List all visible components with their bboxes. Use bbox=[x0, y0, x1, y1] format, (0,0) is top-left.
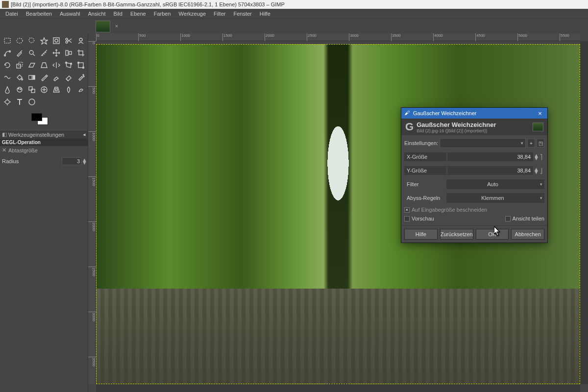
menu-ansicht[interactable]: Ansicht bbox=[84, 10, 109, 18]
cancel-button[interactable]: Abbrechen bbox=[511, 229, 544, 240]
menu-bild[interactable]: Bild bbox=[110, 10, 126, 18]
menu-hilfe[interactable]: Hilfe bbox=[256, 10, 274, 18]
close-icon[interactable]: × bbox=[536, 110, 544, 117]
crop-tool[interactable] bbox=[75, 48, 86, 58]
unified-tool[interactable] bbox=[75, 60, 86, 71]
remove-icon[interactable]: ✕ bbox=[2, 147, 6, 153]
svg-point-30 bbox=[5, 100, 9, 104]
svg-rect-26 bbox=[29, 87, 32, 90]
fuzzy-select-tool[interactable] bbox=[39, 35, 49, 46]
ruler-tick: 1500 bbox=[222, 33, 232, 41]
rotate-tool[interactable] bbox=[2, 60, 13, 71]
ok-button[interactable]: OK bbox=[476, 229, 509, 240]
radius-input[interactable] bbox=[62, 157, 81, 165]
menu-filter[interactable]: Filter bbox=[210, 10, 229, 18]
measure-tool[interactable] bbox=[39, 48, 49, 58]
warp-tool[interactable] bbox=[2, 72, 13, 83]
paths-tool[interactable] bbox=[2, 48, 13, 58]
free-select-tool[interactable] bbox=[26, 35, 37, 46]
airbrush-tool[interactable] bbox=[75, 72, 86, 83]
foreground-select-tool[interactable] bbox=[75, 35, 86, 46]
x-spinner[interactable]: ▲▼ bbox=[534, 154, 538, 160]
text-tool[interactable] bbox=[14, 97, 25, 107]
menu-farben[interactable]: Farben bbox=[150, 10, 175, 18]
flip-tool[interactable] bbox=[51, 60, 62, 71]
color-swatches[interactable] bbox=[31, 113, 51, 128]
split-view-checkbox[interactable]: Ansicht teilen bbox=[505, 215, 544, 222]
menu-werkzeuge[interactable]: Werkzeuge bbox=[175, 10, 210, 18]
svg-point-4 bbox=[66, 38, 68, 40]
horizontal-ruler[interactable]: 0500100015002000250030003500400045005000… bbox=[96, 33, 580, 41]
heal-tool[interactable] bbox=[39, 84, 49, 95]
scissors-tool[interactable] bbox=[63, 35, 74, 46]
settings-dropdown[interactable]: ▾ bbox=[440, 138, 526, 148]
panel-menu-icon[interactable]: ◂ bbox=[83, 131, 86, 138]
link-icon-bottom[interactable]: ⎦ bbox=[538, 168, 544, 173]
mypaint-tool[interactable] bbox=[14, 84, 25, 95]
pencil-tool[interactable] bbox=[39, 72, 49, 83]
color-picker-tool[interactable] bbox=[14, 48, 25, 58]
perspective-tool[interactable] bbox=[39, 60, 49, 71]
settings-row: Einstellungen: ▾ + ◳ bbox=[404, 137, 544, 149]
clone-tool[interactable] bbox=[26, 84, 37, 95]
scale-tool[interactable] bbox=[14, 60, 25, 71]
menu-auswahl[interactable]: Auswahl bbox=[56, 10, 84, 18]
svg-rect-10 bbox=[66, 50, 68, 55]
paintbrush-tool[interactable] bbox=[51, 72, 62, 83]
x-size-label: X-Größe bbox=[404, 152, 446, 161]
bucket-tool[interactable] bbox=[14, 72, 25, 83]
by-color-select-tool[interactable] bbox=[51, 35, 62, 46]
dialog-header: G Gaußscher Weichzeichner Bild (2).jpg-1… bbox=[401, 119, 547, 135]
menu-bearbeiten[interactable]: Bearbeiten bbox=[22, 10, 56, 18]
smudge-tool[interactable] bbox=[75, 84, 86, 95]
horizontal-scrollbar[interactable] bbox=[96, 384, 580, 392]
svg-point-6 bbox=[79, 38, 82, 41]
x-size-input[interactable]: 38,84 bbox=[447, 152, 533, 161]
cage-tool[interactable] bbox=[63, 60, 74, 71]
manage-preset-button[interactable]: ◳ bbox=[537, 139, 544, 147]
ellipse-select-tool[interactable] bbox=[14, 35, 25, 46]
help-button[interactable]: Hilfe bbox=[404, 229, 438, 240]
svg-rect-20 bbox=[29, 75, 35, 79]
checkbox-checked-icon: ✕ bbox=[404, 207, 410, 213]
svg-rect-11 bbox=[69, 51, 72, 54]
ruler-tick: 5000 bbox=[517, 33, 527, 41]
svg-point-3 bbox=[55, 39, 58, 42]
left-dock: ◧ Werkzeugeinstellungen ◂ GEGL-Operation… bbox=[0, 33, 88, 392]
radius-spinner[interactable]: ▲▼ bbox=[82, 158, 86, 164]
gradient-tool[interactable] bbox=[26, 72, 37, 83]
rect-select-tool[interactable] bbox=[2, 35, 13, 46]
menu-fenster[interactable]: Fenster bbox=[229, 10, 255, 18]
reset-button[interactable]: Zurücksetzen bbox=[440, 229, 473, 240]
ink-tool[interactable] bbox=[2, 84, 13, 95]
dialog-titlebar[interactable]: 🖌 Gaußscher Weichzeichner × bbox=[401, 108, 547, 119]
filter-dropdown[interactable]: Auto▾ bbox=[446, 179, 544, 189]
image-tab-thumb[interactable] bbox=[96, 21, 110, 32]
mouse-cursor bbox=[494, 226, 501, 236]
color-tool[interactable] bbox=[26, 97, 37, 107]
menu-datei[interactable]: Datei bbox=[1, 10, 22, 18]
menu-ebene[interactable]: Ebene bbox=[126, 10, 150, 18]
preview-checkbox[interactable]: Vorschau bbox=[404, 215, 434, 222]
fg-color-swatch[interactable] bbox=[31, 113, 42, 121]
blur-tool[interactable] bbox=[63, 84, 74, 95]
vertical-ruler[interactable]: 0500100015002000250030003500 bbox=[88, 41, 96, 384]
radius-label: Radius bbox=[2, 158, 62, 164]
abyss-dropdown[interactable]: Klemmen▾ bbox=[446, 193, 544, 203]
y-spinner[interactable]: ▲▼ bbox=[534, 168, 538, 173]
perspective-clone-tool[interactable] bbox=[51, 84, 62, 95]
dodge-tool[interactable] bbox=[2, 97, 13, 107]
shear-tool[interactable] bbox=[26, 60, 37, 71]
move-tool[interactable] bbox=[51, 48, 62, 58]
y-size-input[interactable]: 38,84 bbox=[447, 166, 533, 175]
vertical-scrollbar[interactable] bbox=[580, 41, 588, 384]
tab-close-icon[interactable]: × bbox=[113, 23, 120, 30]
add-preset-button[interactable]: + bbox=[527, 139, 535, 147]
align-tool[interactable] bbox=[63, 48, 74, 58]
link-icon-top[interactable]: ⎤ bbox=[538, 154, 544, 160]
filter-label: Filter bbox=[404, 180, 446, 189]
eraser-tool[interactable] bbox=[63, 72, 74, 83]
zoom-tool[interactable] bbox=[26, 48, 37, 58]
tool-options-header[interactable]: ◧ Werkzeugeinstellungen ◂ bbox=[0, 130, 88, 139]
clip-checkbox[interactable]: ✕ Auf Eingabegröße beschneiden bbox=[404, 206, 544, 214]
